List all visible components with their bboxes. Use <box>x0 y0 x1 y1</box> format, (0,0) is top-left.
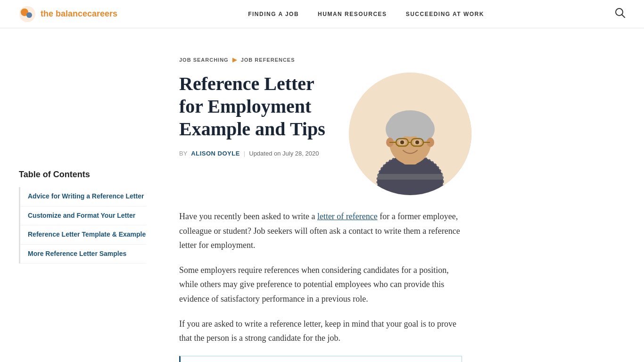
toc-link-4[interactable]: More Reference Letter Samples <box>28 250 126 257</box>
hero-image <box>349 73 471 195</box>
logo-text: the balancecareers <box>41 9 117 19</box>
breadcrumb-job-searching[interactable]: Job Searching <box>179 57 229 63</box>
hero-image-container <box>349 73 462 195</box>
article-body: Have you recently been asked to write a … <box>179 209 462 362</box>
svg-point-22 <box>400 140 404 144</box>
article-header: Reference Letter for Employment Example … <box>179 73 462 195</box>
toc-link-1[interactable]: Advice for Writing a Reference Letter <box>28 192 144 200</box>
author-link[interactable]: ALISON DOYLE <box>191 150 240 157</box>
svg-line-4 <box>622 15 625 18</box>
logo[interactable]: the balancecareers <box>19 6 117 23</box>
article-date: Updated on July 28, 2020 <box>249 150 319 157</box>
svg-point-12 <box>414 117 435 141</box>
sidebar-toc: Table of Contents Advice for Writing a R… <box>19 57 160 362</box>
search-button[interactable] <box>615 8 625 20</box>
svg-rect-24 <box>377 174 443 180</box>
letter-of-reference-link[interactable]: letter of reference <box>317 212 378 221</box>
toc-item-1[interactable]: Advice for Writing a Reference Letter <box>20 187 146 206</box>
author-prefix: BY <box>179 150 187 157</box>
toc-item-3[interactable]: Reference Letter Template & Example <box>20 225 146 245</box>
svg-point-3 <box>616 8 623 16</box>
toc-item-4[interactable]: More Reference Letter Samples <box>20 245 146 264</box>
article-title-area: Reference Letter for Employment Example … <box>179 73 330 157</box>
nav-finding-job[interactable]: Finding a Job <box>248 11 299 17</box>
main-content: Job Searching ▶ Job References Reference… <box>160 57 462 362</box>
nav-human-resources[interactable]: Human Resources <box>318 11 387 17</box>
page-wrapper: Table of Contents Advice for Writing a R… <box>0 28 644 362</box>
important-box: ! Important: Simply expressing your admi… <box>179 356 462 362</box>
toc-title: Table of Contents <box>19 170 146 180</box>
nav-succeeding[interactable]: Succeeding at Work <box>406 11 484 17</box>
meta-divider: | <box>244 150 245 157</box>
body-paragraph-2: Some employers require references when c… <box>179 263 462 306</box>
breadcrumb-separator: ▶ <box>232 57 237 63</box>
svg-point-23 <box>415 140 419 144</box>
svg-point-11 <box>386 117 406 141</box>
right-sidebar <box>462 57 603 362</box>
body-paragraph-1: Have you recently been asked to write a … <box>179 209 462 253</box>
logo-icon <box>19 6 36 23</box>
article-meta: BY ALISON DOYLE | Updated on July 28, 20… <box>179 150 330 157</box>
search-icon <box>615 8 625 18</box>
toc-link-3[interactable]: Reference Letter Template & Example <box>28 230 146 238</box>
toc-list: Advice for Writing a Reference Letter Cu… <box>19 187 146 263</box>
hero-illustration <box>349 73 471 195</box>
body-paragraph-3: If you are asked to write a reference le… <box>179 317 462 346</box>
main-nav: Finding a Job Human Resources Succeeding… <box>248 11 484 17</box>
toc-item-2[interactable]: Customize and Format Your Letter <box>20 206 146 226</box>
site-header: the balancecareers Finding a Job Human R… <box>0 0 644 28</box>
article-title: Reference Letter for Employment Example … <box>179 73 330 140</box>
breadcrumb: Job Searching ▶ Job References <box>179 57 462 63</box>
svg-point-2 <box>26 12 32 18</box>
breadcrumb-job-references[interactable]: Job References <box>241 57 295 63</box>
toc-link-2[interactable]: Customize and Format Your Letter <box>28 212 135 219</box>
